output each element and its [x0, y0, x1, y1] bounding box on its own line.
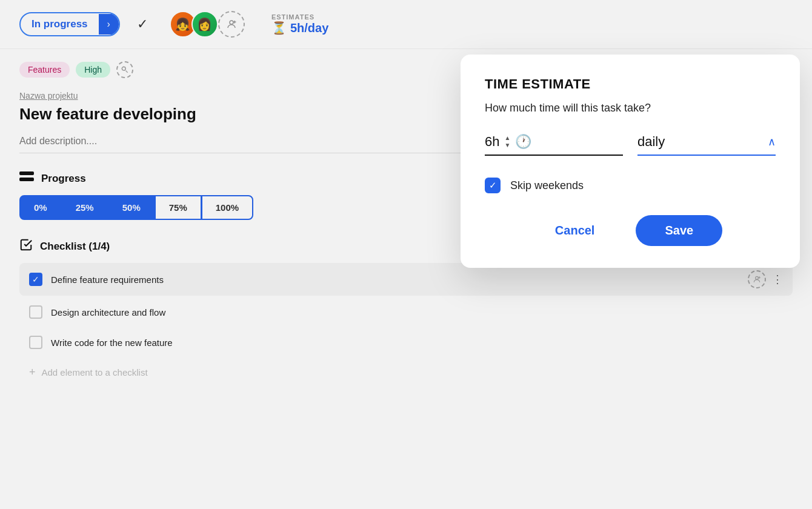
- time-input-arrows: ▲ ▼: [504, 135, 510, 148]
- skip-weekends-row: ✓ Skip weekends: [485, 178, 776, 193]
- modal-actions: Cancel Save: [485, 215, 776, 246]
- frequency-group: daily ∧: [637, 134, 776, 156]
- skip-weekends-checkbox[interactable]: ✓: [485, 178, 501, 193]
- frequency-dropdown-button[interactable]: ∧: [768, 135, 776, 148]
- cancel-button[interactable]: Cancel: [538, 216, 612, 245]
- modal-subtitle: How much time will this task take?: [485, 102, 776, 115]
- modal-title: TIME ESTIMATE: [485, 76, 776, 92]
- time-increment-button[interactable]: ▲: [504, 135, 510, 141]
- skip-weekends-label: Skip weekends: [510, 179, 584, 192]
- modal-inputs: 6h ▲ ▼ 🕐 daily ∧: [485, 134, 776, 156]
- time-estimate-modal: TIME ESTIMATE How much time will this ta…: [461, 55, 800, 268]
- time-input-value: 6h: [485, 134, 499, 150]
- clock-icon: 🕐: [515, 134, 531, 150]
- time-decrement-button[interactable]: ▼: [504, 142, 510, 148]
- time-input-group: 6h ▲ ▼ 🕐: [485, 134, 623, 156]
- frequency-value: daily: [637, 134, 763, 150]
- save-button[interactable]: Save: [636, 215, 722, 246]
